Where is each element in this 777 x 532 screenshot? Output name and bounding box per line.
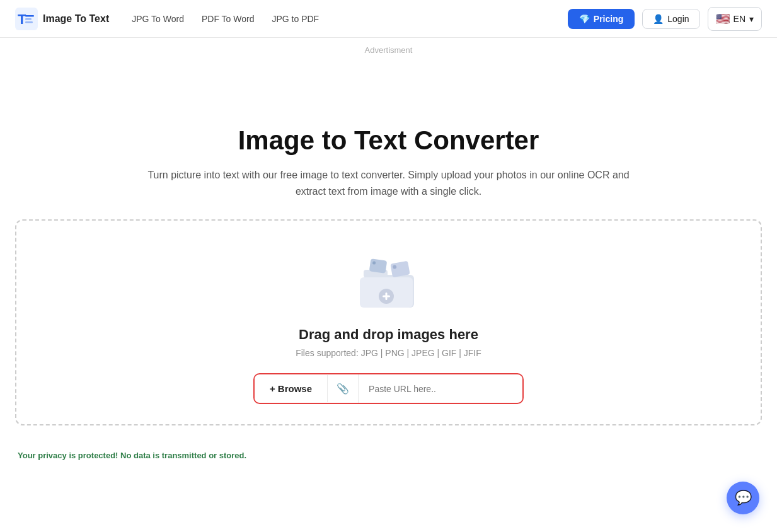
logo-icon: T xyxy=(15,8,38,30)
privacy-note: Your privacy is protected! No data is tr… xyxy=(15,441,762,460)
upload-box[interactable]: Drag and drop images here Files supporte… xyxy=(15,219,762,425)
url-input[interactable] xyxy=(359,376,522,402)
gem-icon: 💎 xyxy=(579,14,590,24)
nav-jpg-to-pdf[interactable]: JPG to PDF xyxy=(264,10,326,28)
clipboard-button[interactable]: 📎 xyxy=(328,374,359,403)
upload-illustration xyxy=(351,251,427,314)
user-icon: 👤 xyxy=(653,14,664,24)
navbar-right: 💎 Pricing 👤 Login 🇺🇸 EN ▾ xyxy=(568,7,762,31)
nav-jpg-to-word[interactable]: JPG To Word xyxy=(124,10,192,28)
action-row: + Browse 📎 xyxy=(253,373,524,404)
drag-drop-label: Drag and drop images here xyxy=(32,327,745,343)
navbar: T Image To Text JPG To Word PDF To Word … xyxy=(0,0,777,38)
language-button[interactable]: 🇺🇸 EN ▾ xyxy=(708,7,762,31)
page-title: Image to Text Converter xyxy=(28,125,749,156)
files-supported-label: Files supported: JPG | PNG | JPEG | GIF … xyxy=(32,348,745,358)
ad-space xyxy=(15,57,762,95)
hero-section: Image to Text Converter Turn picture int… xyxy=(15,95,762,219)
svg-rect-10 xyxy=(385,292,387,300)
flag-icon: 🇺🇸 xyxy=(716,12,730,26)
logo-link[interactable]: T Image To Text xyxy=(15,8,109,30)
svg-rect-4 xyxy=(25,21,33,23)
main-content: Advertisment Image to Text Converter Tur… xyxy=(0,38,777,460)
chevron-down-icon: ▾ xyxy=(749,14,754,24)
ad-banner: Advertisment xyxy=(15,38,762,57)
pricing-button[interactable]: 💎 Pricing xyxy=(568,9,635,29)
hero-description: Turn picture into text with our free ima… xyxy=(137,167,641,199)
login-button[interactable]: 👤 Login xyxy=(642,9,699,29)
browse-button[interactable]: + Browse xyxy=(255,375,328,402)
svg-rect-3 xyxy=(25,18,32,20)
logo-text: Image To Text xyxy=(43,13,109,25)
svg-text:T: T xyxy=(18,11,26,27)
svg-rect-13 xyxy=(369,258,387,273)
nav-links: JPG To Word PDF To Word JPG to PDF xyxy=(124,10,553,28)
nav-pdf-to-word[interactable]: PDF To Word xyxy=(194,10,262,28)
svg-rect-2 xyxy=(25,15,34,17)
clip-icon: 📎 xyxy=(337,383,349,395)
